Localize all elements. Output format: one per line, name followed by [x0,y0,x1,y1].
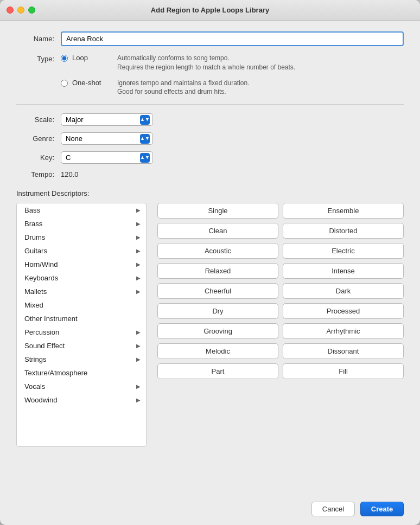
scale-select-wrapper: Major Minor Neither ▲▼ [61,113,153,126]
genre-label: Genre: [16,135,54,143]
dialog-content: Name: Type: Loop Automatically conforms … [0,21,420,493]
key-select[interactable]: C C# D D# E F F# G G# A A# B [61,151,153,164]
instrument-descriptors-title: Instrument Descriptors: [16,189,404,197]
instrument-list-item[interactable]: Mixed [17,298,146,312]
create-button[interactable]: Create [360,502,404,516]
descriptor-button-dark[interactable]: Dark [283,283,404,299]
type-options: Loop Automatically conforms to song temp… [61,54,295,97]
instrument-item-label: Woodwind [24,396,57,404]
traffic-lights [7,7,35,14]
oneshot-radio-label: One-shot [72,79,113,87]
name-label: Name: [16,35,54,43]
descriptor-button-part[interactable]: Part [157,363,278,379]
minimize-button[interactable] [17,7,24,14]
descriptor-button-acoustic[interactable]: Acoustic [157,243,278,259]
scale-row: Scale: Major Minor Neither ▲▼ [16,113,404,126]
chevron-right-icon: ▶ [136,261,141,267]
instrument-item-label: Keyboards [24,274,58,282]
dialog-window: Add Region to Apple Loops Library Name: … [0,0,420,525]
instrument-item-label: Texture/Atmosphere [24,369,87,377]
key-row: Key: C C# D D# E F F# G G# A A# B ▲▼ [16,151,404,164]
instrument-main: Bass▶Brass▶Drums▶Guitars▶Horn/Wind▶Keybo… [16,203,404,447]
instrument-list: Bass▶Brass▶Drums▶Guitars▶Horn/Wind▶Keybo… [16,203,147,447]
chevron-right-icon: ▶ [136,383,141,389]
oneshot-option-row: One-shot Ignores tempo and maintains a f… [61,79,295,97]
genre-row: Genre: None Alternative Bass Blues Count… [16,132,404,145]
instrument-list-item[interactable]: Sound Effect▶ [17,339,146,353]
descriptor-button-grooving[interactable]: Grooving [157,323,278,339]
instrument-list-item[interactable]: Guitars▶ [17,244,146,258]
instrument-list-item[interactable]: Keyboards▶ [17,271,146,285]
instrument-item-label: Brass [24,220,42,228]
instrument-list-item[interactable]: Drums▶ [17,231,146,244]
loop-option-row: Loop Automatically conforms to song temp… [61,54,295,72]
oneshot-desc-line1: Ignores tempo and maintains a fixed dura… [117,79,249,88]
chevron-right-icon: ▶ [136,329,141,335]
type-label: Type: [16,54,54,63]
instrument-item-label: Vocals [24,382,45,390]
cancel-button[interactable]: Cancel [311,502,355,516]
chevron-right-icon: ▶ [136,221,141,227]
chevron-right-icon: ▶ [136,207,141,213]
close-button[interactable] [7,7,14,14]
instrument-item-label: Strings [24,355,46,363]
window-title: Add Region to Apple Loops Library [151,6,269,14]
instrument-list-item[interactable]: Other Instrument [17,312,146,325]
instrument-list-item[interactable]: Brass▶ [17,217,146,231]
instrument-item-label: Guitars [24,247,47,255]
chevron-right-icon: ▶ [136,343,141,349]
tempo-row: Tempo: 120.0 [16,170,404,178]
descriptor-button-intense[interactable]: Intense [283,263,404,279]
instrument-list-item[interactable]: Mallets▶ [17,285,146,298]
key-select-wrapper: C C# D D# E F F# G G# A A# B ▲▼ [61,151,153,164]
scale-select[interactable]: Major Minor Neither [61,113,153,126]
descriptor-button-relaxed[interactable]: Relaxed [157,263,278,279]
descriptor-button-fill[interactable]: Fill [283,363,404,379]
chevron-right-icon: ▶ [136,275,141,281]
oneshot-desc-line2: Good for sound effects and drum hits. [117,87,249,97]
descriptor-grid: SingleEnsembleCleanDistortedAcousticElec… [157,203,404,379]
descriptor-button-cheerful[interactable]: Cheerful [157,283,278,299]
chevron-right-icon: ▶ [136,289,141,294]
scale-label: Scale: [16,116,54,124]
descriptor-button-single[interactable]: Single [157,203,278,219]
loop-desc-line1: Automatically conforms to song tempo. [117,54,295,63]
genre-select-wrapper: None Alternative Bass Blues Country Danc… [61,132,153,145]
name-input[interactable] [61,31,404,46]
divider [16,104,404,105]
descriptor-button-melodic[interactable]: Melodic [157,343,278,359]
instrument-list-item[interactable]: Bass▶ [17,203,146,217]
chevron-right-icon: ▶ [136,356,141,362]
dialog-footer: Cancel Create [0,493,420,525]
descriptor-button-electric[interactable]: Electric [283,243,404,259]
chevron-right-icon: ▶ [136,248,141,254]
loop-desc-line2: Requires the region length to match a wh… [117,63,295,72]
descriptor-button-dry[interactable]: Dry [157,303,278,319]
descriptor-button-distorted[interactable]: Distorted [283,223,404,239]
instrument-list-item[interactable]: Strings▶ [17,353,146,366]
oneshot-radio[interactable] [61,80,68,87]
instrument-item-label: Mallets [24,287,47,296]
chevron-right-icon: ▶ [136,397,141,403]
genre-select[interactable]: None Alternative Bass Blues Country Danc… [61,132,153,145]
loop-radio[interactable] [61,55,68,62]
instrument-item-label: Percussion [24,328,59,336]
fullscreen-button[interactable] [28,7,35,14]
instrument-list-item[interactable]: Percussion▶ [17,325,146,339]
descriptor-button-ensemble[interactable]: Ensemble [283,203,404,219]
instrument-list-item[interactable]: Horn/Wind▶ [17,258,146,271]
descriptor-button-dissonant[interactable]: Dissonant [283,343,404,359]
chevron-right-icon: ▶ [136,234,141,240]
instrument-list-item[interactable]: Vocals▶ [17,380,146,393]
descriptor-button-processed[interactable]: Processed [283,303,404,319]
descriptor-button-clean[interactable]: Clean [157,223,278,239]
instrument-item-label: Drums [24,233,45,241]
instrument-list-item[interactable]: Texture/Atmosphere [17,366,146,380]
type-section: Type: Loop Automatically conforms to son… [16,54,404,97]
instrument-item-label: Sound Effect [24,342,65,350]
key-label: Key: [16,153,54,162]
instrument-list-item[interactable]: Woodwind▶ [17,393,146,407]
descriptor-button-arrhythmic[interactable]: Arrhythmic [283,323,404,339]
instrument-item-label: Mixed [24,301,43,309]
loop-desc: Automatically conforms to song tempo. Re… [117,54,295,72]
